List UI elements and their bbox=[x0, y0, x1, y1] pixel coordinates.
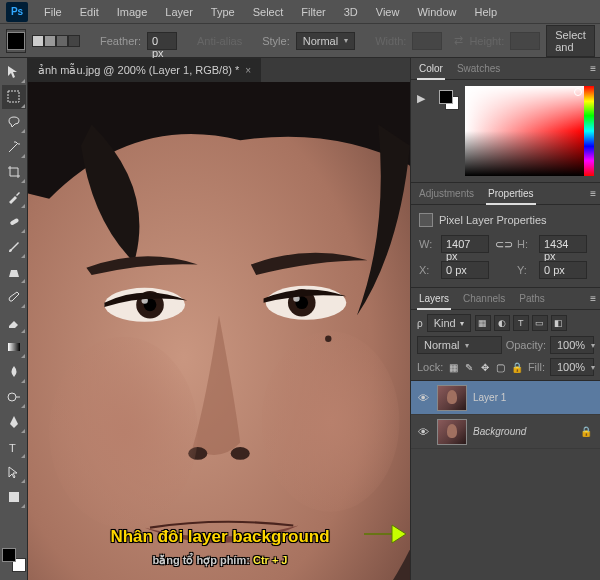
filter-adjust-icon[interactable]: ◐ bbox=[494, 315, 510, 331]
tool-lasso[interactable] bbox=[2, 110, 26, 134]
tab-layers[interactable]: Layers bbox=[417, 289, 451, 310]
svg-point-20 bbox=[325, 336, 331, 342]
tool-pen[interactable] bbox=[2, 410, 26, 434]
tool-history-brush[interactable] bbox=[2, 285, 26, 309]
tool-clone[interactable] bbox=[2, 260, 26, 284]
tool-path[interactable] bbox=[2, 460, 26, 484]
tool-move[interactable] bbox=[2, 60, 26, 84]
close-icon[interactable]: × bbox=[245, 65, 251, 76]
style-select[interactable]: Normal bbox=[296, 32, 355, 50]
visibility-icon[interactable]: 👁 bbox=[415, 426, 431, 438]
panels-dock: Color Swatches ≡ ▶ Adjustments Propertie… bbox=[410, 58, 600, 580]
tool-dodge[interactable] bbox=[2, 385, 26, 409]
feather-input[interactable]: 0 px bbox=[147, 32, 177, 50]
blend-mode-select[interactable]: Normal bbox=[417, 336, 502, 354]
menu-help[interactable]: Help bbox=[467, 2, 506, 22]
svg-point-18 bbox=[49, 337, 198, 528]
link-icon[interactable]: ⊂⊃ bbox=[495, 238, 511, 251]
h-input[interactable]: 1434 px bbox=[539, 235, 587, 253]
tool-magic-wand[interactable] bbox=[2, 135, 26, 159]
document-tab-bar: ảnh mẫu.jpg @ 200% (Layer 1, RGB/8) * × bbox=[28, 58, 410, 82]
lock-image-icon[interactable]: ✎ bbox=[464, 360, 475, 374]
height-input bbox=[510, 32, 540, 50]
tab-adjustments[interactable]: Adjustments bbox=[417, 184, 476, 203]
menu-image[interactable]: Image bbox=[109, 2, 156, 22]
height-label: Height: bbox=[469, 35, 504, 47]
visibility-icon[interactable]: 👁 bbox=[415, 392, 431, 404]
panel-menu-icon[interactable]: ≡ bbox=[590, 293, 596, 304]
filter-smart-icon[interactable]: ◧ bbox=[551, 315, 567, 331]
svg-rect-5 bbox=[9, 492, 19, 502]
lock-transparency-icon[interactable]: ▦ bbox=[448, 360, 459, 374]
lock-icon: 🔒 bbox=[580, 426, 592, 437]
current-tool-preset[interactable] bbox=[6, 29, 26, 53]
hue-slider[interactable] bbox=[584, 86, 594, 176]
tool-eraser[interactable] bbox=[2, 310, 26, 334]
color-swatches[interactable] bbox=[439, 90, 459, 110]
options-bar: Feather: 0 px Anti-alias Style: Normal W… bbox=[0, 24, 600, 58]
tool-healing[interactable] bbox=[2, 210, 26, 234]
feather-label: Feather: bbox=[100, 35, 141, 47]
filter-pixel-icon[interactable]: ▦ bbox=[475, 315, 491, 331]
y-label: Y: bbox=[517, 264, 533, 276]
tool-eyedropper[interactable] bbox=[2, 185, 26, 209]
menu-type[interactable]: Type bbox=[203, 2, 243, 22]
ps-logo: Ps bbox=[6, 2, 28, 22]
lock-artboard-icon[interactable]: ▢ bbox=[495, 360, 506, 374]
layer-thumbnail[interactable] bbox=[437, 385, 467, 411]
menu-file[interactable]: File bbox=[36, 2, 70, 22]
tab-paths[interactable]: Paths bbox=[517, 289, 547, 308]
menu-window[interactable]: Window bbox=[409, 2, 464, 22]
menu-edit[interactable]: Edit bbox=[72, 2, 107, 22]
color-panel: Color Swatches ≡ ▶ bbox=[411, 58, 600, 183]
y-input[interactable]: 0 px bbox=[539, 261, 587, 279]
svg-point-3 bbox=[8, 393, 16, 401]
svg-point-19 bbox=[261, 331, 399, 511]
layer-name[interactable]: Background bbox=[473, 426, 574, 437]
select-and-mask-button[interactable]: Select and bbox=[546, 25, 595, 57]
tool-gradient[interactable] bbox=[2, 335, 26, 359]
layer-item[interactable]: 👁 Layer 1 bbox=[411, 381, 600, 415]
menubar: Ps File Edit Image Layer Type Select Fil… bbox=[0, 0, 600, 24]
menu-select[interactable]: Select bbox=[245, 2, 292, 22]
tool-marquee[interactable] bbox=[2, 85, 26, 109]
foreground-background-swatch[interactable] bbox=[2, 548, 26, 572]
w-label: W: bbox=[419, 238, 435, 250]
collapse-icon[interactable]: ▶ bbox=[417, 92, 431, 105]
svg-point-17 bbox=[231, 447, 250, 460]
lock-all-icon[interactable]: 🔒 bbox=[511, 360, 523, 374]
tab-swatches[interactable]: Swatches bbox=[455, 59, 502, 78]
panel-menu-icon[interactable]: ≡ bbox=[590, 188, 596, 199]
canvas[interactable] bbox=[28, 82, 410, 580]
menu-3d[interactable]: 3D bbox=[336, 2, 366, 22]
layer-filter-kind[interactable]: Kind▾ bbox=[427, 314, 471, 332]
lock-position-icon[interactable]: ✥ bbox=[480, 360, 491, 374]
fill-input[interactable]: 100% bbox=[550, 358, 594, 376]
width-input bbox=[412, 32, 442, 50]
tool-crop[interactable] bbox=[2, 160, 26, 184]
filter-shape-icon[interactable]: ▭ bbox=[532, 315, 548, 331]
panel-menu-icon[interactable]: ≡ bbox=[590, 63, 596, 74]
svg-rect-1 bbox=[9, 218, 19, 226]
tab-color[interactable]: Color bbox=[417, 59, 445, 80]
tool-type[interactable]: T bbox=[2, 435, 26, 459]
layer-name[interactable]: Layer 1 bbox=[473, 392, 596, 403]
menu-filter[interactable]: Filter bbox=[293, 2, 333, 22]
x-input[interactable]: 0 px bbox=[441, 261, 489, 279]
marquee-mode-icons[interactable] bbox=[32, 35, 80, 47]
layer-thumbnail[interactable] bbox=[437, 419, 467, 445]
tool-blur[interactable] bbox=[2, 360, 26, 384]
tool-shape[interactable] bbox=[2, 485, 26, 509]
layer-item[interactable]: 👁 Background 🔒 bbox=[411, 415, 600, 449]
menu-view[interactable]: View bbox=[368, 2, 408, 22]
fill-label: Fill: bbox=[528, 361, 545, 373]
tool-brush[interactable] bbox=[2, 235, 26, 259]
filter-type-icon[interactable]: T bbox=[513, 315, 529, 331]
tab-channels[interactable]: Channels bbox=[461, 289, 507, 308]
document-tab[interactable]: ảnh mẫu.jpg @ 200% (Layer 1, RGB/8) * × bbox=[28, 58, 261, 82]
w-input[interactable]: 1407 px bbox=[441, 235, 489, 253]
menu-layer[interactable]: Layer bbox=[157, 2, 201, 22]
color-picker[interactable] bbox=[465, 86, 594, 176]
opacity-input[interactable]: 100% bbox=[550, 336, 594, 354]
tab-properties[interactable]: Properties bbox=[486, 184, 536, 205]
